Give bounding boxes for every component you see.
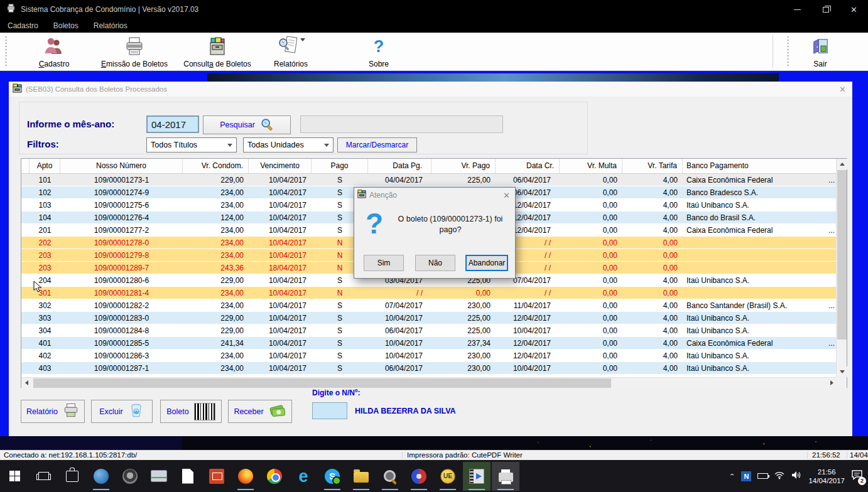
marcar-desmarcar-button[interactable]: Marcar/Desmarcar: [337, 137, 417, 152]
sync-taskbar-icon[interactable]: [405, 462, 433, 491]
column-header[interactable]: Vencimento: [249, 159, 312, 173]
receber-button[interactable]: Receber: [228, 400, 292, 423]
media-player-taskbar-icon[interactable]: [463, 462, 491, 491]
table-row[interactable]: 303109/00001283-0229,0010/04/2017S10/04/…: [21, 312, 837, 324]
cell-data_cr: 12/04/2017: [496, 312, 560, 324]
cell-banco: [683, 287, 837, 299]
relatorios-button[interactable]: Relatórios: [264, 36, 318, 68]
ultraedit-taskbar-icon[interactable]: UE: [434, 462, 462, 491]
tray-clock[interactable]: 21:56 14/04/2017: [808, 468, 845, 485]
column-header[interactable]: Vr. Condom.: [183, 159, 249, 173]
task-view-taskbar-icon[interactable]: [30, 462, 57, 491]
chevron-up-icon[interactable]: ⌃: [729, 473, 735, 479]
table-row[interactable]: 302109/00001282-2234,0010/04/2017S07/04/…: [21, 299, 837, 312]
toolbar-grip: [5, 36, 7, 67]
column-header[interactable]: Apto: [30, 159, 60, 173]
maximize-icon[interactable]: [811, 0, 840, 19]
consulta-boletos-button[interactable]: Consulta de Boletos: [180, 36, 255, 68]
menu-boletos[interactable]: Boletos: [46, 21, 86, 30]
column-header[interactable]: Data Pg.: [368, 159, 431, 173]
system-monitor-taskbar-icon[interactable]: [145, 462, 173, 491]
scroll-down-icon[interactable]: [837, 366, 847, 377]
row-selector: [21, 362, 30, 375]
toolbar-grip: [787, 36, 789, 67]
cell-nosso: 109/00001277-2: [60, 224, 183, 237]
n-app-tray-icon[interactable]: N: [741, 471, 751, 481]
start-taskbar-icon[interactable]: [1, 462, 28, 491]
presentation-taskbar-icon[interactable]: [203, 462, 231, 491]
column-header[interactable]: Vr. Multa: [560, 159, 622, 173]
filter-units-select[interactable]: Todas Unidades: [243, 137, 334, 152]
table-row[interactable]: 403109/00001287-1234,0010/04/2017S06/04/…: [21, 362, 837, 375]
cell-tarifa: 4,00: [622, 337, 683, 350]
column-header[interactable]: Vr. Pago: [431, 159, 496, 173]
sim-button[interactable]: Sim: [364, 255, 404, 271]
abandonar-button[interactable]: Abandonar: [465, 255, 508, 271]
relatorio-button[interactable]: Relatório: [21, 400, 85, 423]
table-row[interactable]: 301109/00001281-4234,0010/04/2017N/ /0,0…: [21, 287, 837, 299]
column-header[interactable]: Vr. Tarifa: [622, 159, 683, 173]
sair-button[interactable]: Sair: [796, 36, 844, 68]
cell-vr_pago: 225,00: [431, 312, 496, 324]
cell-nosso: 109/00001276-4: [60, 211, 183, 224]
boleto-button[interactable]: Boleto: [160, 400, 222, 423]
volume-icon[interactable]: [791, 471, 802, 482]
vertical-scrollbar[interactable]: [836, 159, 847, 377]
firefox-taskbar-icon[interactable]: [232, 462, 259, 491]
edge-taskbar-icon[interactable]: e: [290, 462, 317, 491]
scroll-up-icon[interactable]: [837, 159, 847, 169]
month-input[interactable]: [146, 115, 199, 133]
cell-banco: Itaú Unibanco S.A.: [683, 324, 837, 337]
table-row[interactable]: 402109/00001286-3234,0010/04/2017S10/04/…: [21, 350, 837, 362]
libreoffice-taskbar-icon[interactable]: [174, 462, 202, 491]
column-header[interactable]: Banco Pagamento: [683, 159, 837, 173]
filter-titles-select[interactable]: Todos Títulos: [146, 137, 237, 152]
camera-taskbar-icon[interactable]: [116, 462, 144, 491]
cell-tarifa: 4,00: [622, 324, 683, 337]
cell-condom: 234,00: [183, 299, 249, 312]
chrome-icon: [267, 469, 282, 484]
table-row[interactable]: 304109/00001284-8229,0010/04/2017S06/04/…: [21, 324, 837, 337]
file-explorer-taskbar-icon[interactable]: [347, 462, 375, 491]
emissao-boletos-button[interactable]: Emissão de Boletos: [94, 36, 175, 68]
printer-taskbar-icon[interactable]: [492, 462, 519, 491]
minimize-icon[interactable]: [783, 0, 811, 19]
row-selector: [21, 312, 30, 324]
cadastro-button[interactable]: Cadastro: [28, 36, 80, 68]
search-result-field[interactable]: [300, 115, 503, 133]
scroll-left-icon[interactable]: [21, 378, 32, 388]
menu-relatorios[interactable]: Relatórios: [86, 21, 135, 30]
dialog-close-icon[interactable]: ✕: [503, 188, 510, 203]
column-header[interactable]: [21, 159, 30, 173]
search-tool-taskbar-icon[interactable]: [376, 462, 404, 491]
column-header[interactable]: Nosso Número: [60, 159, 183, 173]
battery-icon[interactable]: [757, 473, 768, 479]
sobre-button[interactable]: ? Sobre: [353, 36, 404, 68]
menu-cadastro[interactable]: Cadastro: [0, 21, 46, 30]
close-icon[interactable]: ✕: [840, 0, 868, 19]
wifi-icon[interactable]: [774, 471, 784, 482]
horizontal-scroll-thumb[interactable]: [33, 378, 611, 388]
chrome-taskbar-icon[interactable]: [261, 462, 288, 491]
attention-dialog: Atenção ✕ ? O boleto (109/00001273-1) fo…: [354, 187, 516, 279]
skype-taskbar-icon[interactable]: S: [318, 462, 346, 491]
vertical-scroll-thumb[interactable]: [837, 170, 847, 340]
column-header[interactable]: Data Cr.: [496, 159, 560, 173]
nn-input[interactable]: [312, 402, 347, 419]
cell-banco: Banco Santander (Brasil) S.A....: [683, 299, 837, 312]
notifications-icon[interactable]: 2: [851, 469, 863, 483]
toolbar-separator: [773, 35, 773, 68]
table-row[interactable]: 101109/00001273-1229,0010/04/2017S04/04/…: [21, 174, 837, 186]
nao-button[interactable]: Não: [415, 255, 455, 271]
horizontal-scrollbar[interactable]: [21, 377, 837, 388]
column-header[interactable]: Pago: [312, 159, 368, 173]
child-close-icon[interactable]: ✕: [839, 82, 846, 97]
cell-multa: 0,00: [560, 199, 622, 211]
cell-venc: 10/04/2017: [249, 299, 312, 312]
table-row[interactable]: 401109/00001285-5241,3410/04/2017S10/04/…: [21, 337, 837, 350]
store-taskbar-icon[interactable]: [58, 462, 86, 491]
pesquisar-button[interactable]: Pesquisar: [203, 115, 291, 134]
money-icon: [269, 402, 286, 420]
excluir-button[interactable]: Excluir: [91, 400, 153, 423]
thunderbird-taskbar-icon[interactable]: [87, 462, 115, 491]
